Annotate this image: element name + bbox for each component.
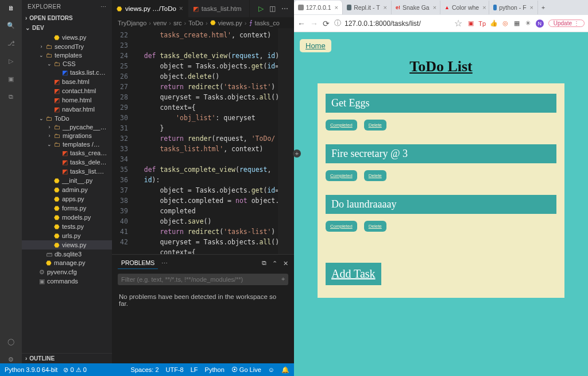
tree-item-forms-py[interactable]: ⬣forms.py <box>22 204 112 213</box>
delete-button[interactable]: Delete <box>364 221 386 232</box>
url-bar[interactable]: ⓘ 127.0.0.1:8000/tasks/list/ <box>334 18 450 28</box>
editor-tab[interactable]: ◩tasks_list.htm <box>188 0 250 17</box>
update-button[interactable]: Update⋮ <box>548 20 585 27</box>
status-eol[interactable]: LF <box>191 366 198 373</box>
run-debug-icon[interactable]: ▷ <box>9 57 13 65</box>
back-icon[interactable]: ← <box>297 19 305 28</box>
tree-item-templates[interactable]: ⌄🗀templates <box>22 51 112 59</box>
ext-icon-1[interactable]: ▣ <box>467 20 475 28</box>
tree-item-todo[interactable]: ⌄🗀ToDo <box>22 114 112 122</box>
status-bell-icon[interactable]: 🔔 <box>281 366 289 374</box>
explorer-icon[interactable]: 🗎 <box>8 5 14 11</box>
tree-item-contact-html[interactable]: ◩contact.html <box>22 86 112 95</box>
tree-item-tasks-list-c-[interactable]: ◩tasks.list.c… <box>22 68 112 77</box>
home-link[interactable]: Home <box>300 39 331 52</box>
tree-item-tests-py[interactable]: ⬣tests.py <box>22 222 112 231</box>
tree-item-tasks-crea-[interactable]: ◩tasks_crea… <box>22 148 112 158</box>
split-editor-icon[interactable]: ◫ <box>269 5 276 13</box>
problems-filter-input[interactable] <box>118 274 288 285</box>
completed-button[interactable]: Completed <box>326 170 357 181</box>
breadcrumbs[interactable]: TryDjango›venv›src›ToDo›⬣views.py›⨍tasks… <box>112 17 294 28</box>
close-icon[interactable]: × <box>335 4 338 11</box>
tree-item-views-py[interactable]: ⬣views.py <box>22 240 112 250</box>
close-icon[interactable]: × <box>384 4 387 11</box>
browser-tab[interactable]: ▲Color whe× <box>440 1 489 14</box>
ext-icon-3[interactable]: 👍 <box>490 20 498 28</box>
close-icon[interactable]: × <box>433 4 436 11</box>
tree-item-db-sqlite3[interactable]: 🗃db.sqlite3 <box>22 250 112 258</box>
tree-item-home-html[interactable]: ◩home.html <box>22 95 112 105</box>
close-icon[interactable]: × <box>179 5 183 13</box>
tree-item-tasks-dele-[interactable]: ◩tasks_dele… <box>22 158 112 167</box>
ext-icon-6[interactable]: ✳ <box>524 20 532 28</box>
bookmark-star-icon[interactable]: ☆ <box>454 18 462 29</box>
tree-item-navbar-html[interactable]: ◩navbar.html <box>22 105 112 114</box>
split-handle[interactable]: + <box>293 149 301 158</box>
tree-item-base-html[interactable]: ◩base.html <box>22 77 112 86</box>
panel-close-icon[interactable]: ✕ <box>283 260 288 267</box>
completed-button[interactable]: Completed <box>326 221 357 232</box>
tree-item-secondtry[interactable]: ›🗀secondTry <box>22 42 112 51</box>
browser-tab[interactable]: e!Snake Ga× <box>392 1 440 14</box>
open-editors-section[interactable]: ›OPEN EDITORS <box>22 13 112 23</box>
completed-button[interactable]: Completed <box>326 120 357 131</box>
close-icon[interactable]: × <box>530 4 533 11</box>
ext-icon-2[interactable]: Tp <box>478 20 486 28</box>
tree-item-admin-py[interactable]: ⬣admin.py <box>22 185 112 194</box>
dev-section[interactable]: ⌄DEV <box>22 23 112 33</box>
status-go-live[interactable]: ⦿ Go Live <box>231 366 261 373</box>
gear-icon[interactable]: ⚙ <box>8 356 14 363</box>
tree-item--pycache-[interactable]: ›🗀__pycache__… <box>22 122 112 131</box>
close-icon[interactable]: × <box>482 4 486 11</box>
editor-tab[interactable]: ⬣views.py …/ToDo× <box>112 0 188 17</box>
ext-icon-5[interactable]: ▦ <box>513 20 521 28</box>
add-task-button[interactable]: Add Task <box>326 263 381 285</box>
tree-item-commands[interactable]: ▣commands <box>22 277 112 286</box>
panel-chevron-icon[interactable]: ⌃ <box>272 260 277 267</box>
source-control-icon[interactable]: ⎇ <box>7 40 15 47</box>
more-icon[interactable]: ⋯ <box>100 3 107 10</box>
browser-tab[interactable]: Repl.it - T× <box>343 1 392 14</box>
new-tab-button[interactable]: + <box>538 4 548 11</box>
tree-item-migrations[interactable]: ›🗀migrations <box>22 131 112 140</box>
status-encoding[interactable]: UTF-8 <box>166 366 184 373</box>
status-spaces[interactable]: Spaces: 2 <box>131 366 159 373</box>
site-info-icon[interactable]: ⓘ <box>334 18 341 28</box>
panel-collapse-icon[interactable]: ⧉ <box>262 259 266 267</box>
delete-button[interactable]: Delete <box>364 120 386 131</box>
code-body[interactable]: tasks_create.html', context) def tasks_d… <box>133 28 278 254</box>
tree-item-manage-py[interactable]: ⬣manage.py <box>22 258 112 267</box>
ext-icon-4[interactable]: ◎ <box>501 20 509 28</box>
tree-item-templates-[interactable]: ⌄🗀templates /… <box>22 140 112 148</box>
status-errors[interactable]: ⊘ 0 ⚠ 0 <box>63 366 86 374</box>
tree-item-apps-py[interactable]: ⬣apps.py <box>22 194 112 204</box>
problems-tab[interactable]: PROBLEMS <box>118 257 158 269</box>
tree-item-css[interactable]: ⌄🗀CSS <box>22 59 112 68</box>
status-language[interactable]: Python <box>205 366 225 373</box>
browser-tab[interactable]: python - F× <box>489 1 538 14</box>
extensions-icon[interactable]: ▣ <box>8 75 14 83</box>
more-icon[interactable]: ⋯ <box>281 5 288 13</box>
tree-item-pyvenv-cfg[interactable]: ⚙pyvenv.cfg <box>22 267 112 277</box>
accounts-icon[interactable]: ◯ <box>7 338 14 346</box>
filter-icon[interactable]: ⌖ <box>281 275 285 283</box>
tree-item--init-py[interactable]: ⬣__init__.py <box>22 176 112 185</box>
browser-tab[interactable]: 127.0.0.1× <box>294 1 343 14</box>
remote-icon[interactable]: ⧉ <box>9 93 13 101</box>
search-icon[interactable]: 🔍 <box>7 22 15 29</box>
run-icon[interactable]: ▷ <box>258 5 264 13</box>
code-editor[interactable]: 2223242526272829303132333435363738394041… <box>112 28 294 254</box>
reload-icon[interactable]: ⟳ <box>323 19 330 28</box>
tree-item-models-py[interactable]: ⬣models.py <box>22 213 112 222</box>
delete-button[interactable]: Delete <box>364 170 386 181</box>
tree-item-views-py[interactable]: ⬣views.py <box>22 33 112 42</box>
minimap[interactable] <box>278 28 294 254</box>
tree-item-tasks-list-[interactable]: ◩tasks_list.… <box>22 167 112 176</box>
ext-icon-7[interactable]: N <box>536 20 544 28</box>
status-feedback-icon[interactable]: ☺ <box>268 366 274 373</box>
panel-more[interactable]: ⋯ <box>158 258 171 269</box>
status-python[interactable]: Python 3.9.0 64-bit <box>5 366 57 373</box>
tree-item-urls-py[interactable]: ⬣urls.py <box>22 231 112 240</box>
forward-icon[interactable]: → <box>310 19 318 28</box>
outline-section[interactable]: ›OUTLINE <box>22 353 112 363</box>
